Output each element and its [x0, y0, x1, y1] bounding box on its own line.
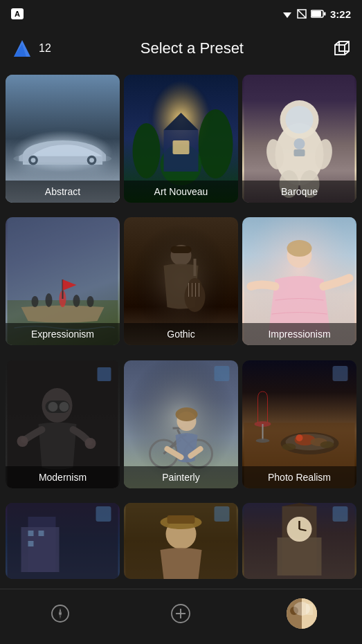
row4b-illustration	[124, 503, 238, 579]
svg-line-2	[298, 10, 306, 18]
svg-point-40	[73, 295, 80, 307]
wifi-icon	[282, 9, 293, 19]
preset-label-modernism: Modernism	[6, 466, 120, 488]
header-left: 12	[11, 37, 51, 59]
preset-card-row4b[interactable]	[124, 503, 238, 579]
preset-label-abstract: Abstract	[6, 181, 120, 203]
preset-card-art-nouveau[interactable]: Art Nouveau	[124, 75, 238, 203]
preset-label-art-nouveau: Art Nouveau	[124, 181, 238, 203]
add-nav-button[interactable]	[165, 598, 196, 629]
svg-rect-111	[333, 506, 348, 522]
svg-point-89	[320, 441, 334, 448]
row4a-illustration	[6, 503, 120, 579]
svg-rect-64	[98, 367, 111, 381]
svg-rect-34	[294, 149, 305, 156]
abstract-illustration	[11, 123, 114, 174]
preset-label-expressionism: Expressionism	[6, 323, 120, 345]
svg-point-28	[286, 106, 314, 134]
svg-point-60	[48, 402, 58, 412]
preset-label-painterly: Painterly	[124, 466, 238, 488]
status-left: A	[11, 8, 24, 19]
status-a-badge: A	[11, 8, 24, 19]
svg-point-63	[85, 438, 96, 449]
svg-rect-101	[168, 515, 195, 524]
preset-card-expressionism[interactable]: Expressionism	[6, 217, 120, 345]
svg-point-115	[59, 612, 62, 615]
preset-card-abstract[interactable]: Abstract	[6, 75, 120, 203]
bottom-nav	[0, 589, 362, 644]
preset-card-row4c[interactable]	[242, 503, 356, 579]
svg-point-38	[46, 293, 53, 307]
svg-rect-105	[278, 537, 322, 576]
svg-rect-24	[173, 140, 190, 154]
svg-point-41	[87, 296, 94, 307]
preset-label-impressionism: Impressionism	[242, 323, 356, 345]
svg-rect-5	[324, 12, 326, 16]
svg-rect-94	[28, 531, 34, 536]
preset-label-baroque: Baroque	[242, 181, 356, 203]
cube-icon[interactable]	[333, 39, 351, 57]
page-title: Select a Preset	[141, 39, 244, 57]
preset-grid: Abstract Art Nouveau	[0, 69, 362, 595]
header: 12 Select a Preset	[0, 28, 362, 69]
battery-icon	[311, 10, 326, 18]
preset-card-modernism[interactable]: Modernism	[6, 360, 120, 488]
svg-point-37	[32, 296, 39, 307]
svg-marker-0	[283, 12, 291, 18]
app-logo	[11, 37, 33, 59]
svg-point-62	[17, 436, 28, 447]
svg-rect-96	[28, 541, 34, 546]
svg-point-33	[294, 138, 305, 149]
svg-point-122	[290, 607, 298, 615]
preset-card-row4a[interactable]	[6, 503, 120, 579]
svg-point-82	[256, 439, 270, 443]
svg-point-75	[176, 407, 198, 421]
svg-point-15	[31, 158, 36, 163]
status-bar: A 3:22	[0, 0, 362, 28]
preset-count: 12	[39, 42, 51, 55]
svg-rect-46	[171, 246, 192, 253]
svg-rect-78	[215, 366, 230, 381]
svg-point-48	[188, 278, 202, 295]
status-right: 3:22	[282, 8, 351, 20]
svg-rect-4	[311, 11, 321, 17]
preset-card-baroque[interactable]: Baroque	[242, 75, 356, 203]
svg-point-20	[199, 109, 233, 178]
preset-card-photo-realism[interactable]: Photo Realism	[242, 360, 356, 488]
compass-nav-button[interactable]	[45, 598, 75, 629]
profile-avatar[interactable]	[287, 598, 317, 629]
svg-rect-97	[96, 506, 111, 522]
svg-rect-90	[333, 366, 348, 381]
svg-rect-123	[306, 604, 313, 615]
svg-point-17	[89, 158, 94, 163]
signal-icon	[297, 9, 307, 19]
preset-label-gothic: Gothic	[124, 323, 238, 345]
preset-card-painterly[interactable]: Painterly	[124, 360, 238, 488]
svg-rect-8	[335, 45, 345, 55]
svg-rect-95	[39, 531, 44, 536]
svg-point-56	[287, 240, 312, 257]
svg-point-87	[296, 434, 303, 441]
svg-point-61	[60, 402, 69, 412]
preset-card-gothic[interactable]: Gothic	[124, 217, 238, 345]
row4c-illustration	[242, 503, 356, 579]
svg-rect-102	[215, 506, 230, 522]
svg-point-19	[133, 123, 161, 178]
svg-point-88	[282, 443, 296, 450]
preset-card-impressionism[interactable]: Impressionism	[242, 217, 356, 345]
status-time: 3:22	[330, 8, 351, 20]
preset-label-photo-realism: Photo Realism	[242, 466, 356, 488]
